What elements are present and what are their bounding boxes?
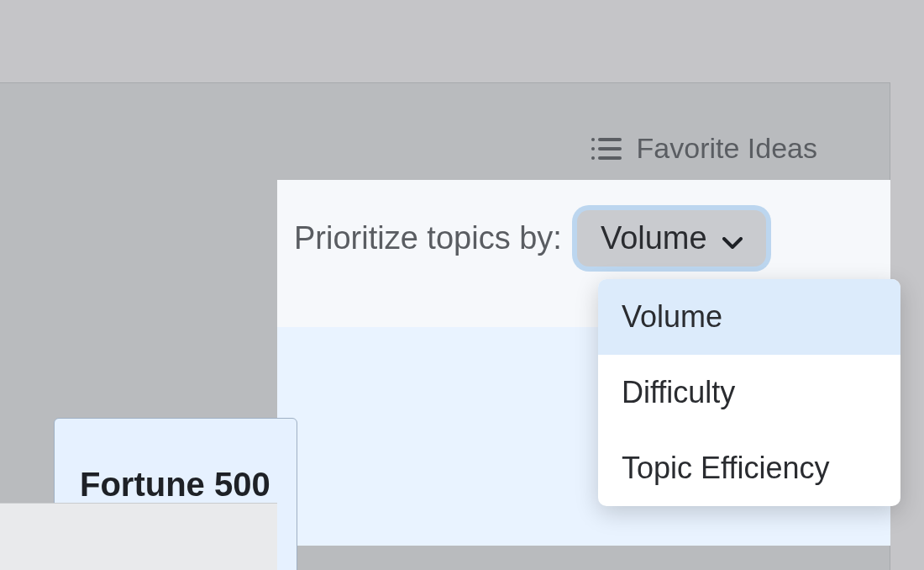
prioritize-dropdown-menu: Volume Difficulty Topic Efficiency	[598, 279, 900, 506]
favorite-ideas-link[interactable]: Favorite Ideas	[590, 132, 817, 165]
bottom-panel	[0, 503, 277, 570]
prioritize-header: Prioritize topics by: Volume	[294, 210, 766, 267]
main-panel: Favorite Ideas Prioritize topics by: Vol…	[0, 82, 890, 570]
svg-point-0	[591, 138, 595, 141]
prioritize-select-button[interactable]: Volume	[577, 210, 766, 267]
svg-point-4	[591, 156, 595, 160]
dropdown-option-difficulty[interactable]: Difficulty	[598, 355, 900, 430]
dropdown-option-volume[interactable]: Volume	[598, 279, 900, 355]
chevron-down-icon	[722, 220, 743, 256]
list-icon	[590, 136, 622, 161]
prioritize-label: Prioritize topics by:	[294, 220, 562, 256]
topic-card-title: Fortune 500	[80, 466, 271, 504]
dropdown-option-topic-efficiency[interactable]: Topic Efficiency	[598, 430, 900, 506]
prioritize-selected-value: Volume	[601, 220, 707, 256]
prioritize-panel: Prioritize topics by: Volume Volume Diff…	[277, 180, 890, 533]
favorite-ideas-label: Favorite Ideas	[637, 132, 817, 165]
svg-point-2	[591, 147, 595, 150]
